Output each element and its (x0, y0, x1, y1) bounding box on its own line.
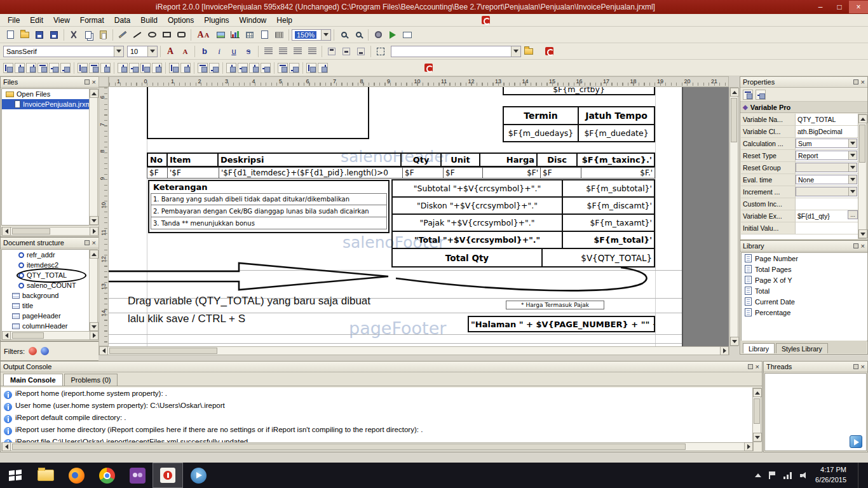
element-align-hcenter-icon[interactable] (15, 63, 25, 73)
col-disc[interactable]: Disc (538, 154, 578, 166)
tree-band-title[interactable]: title (2, 301, 89, 311)
open-file-item[interactable]: InvoicePenjualan.jrxml (2, 99, 89, 109)
send-to-back-icon[interactable] (289, 63, 299, 73)
library-item-total-pages[interactable]: Total Pages (742, 264, 867, 274)
line-tool-icon[interactable] (130, 28, 144, 42)
font-decrease-icon[interactable]: A (178, 44, 192, 58)
prop-reset-group[interactable]: Reset Group (741, 162, 858, 174)
prop-variable-expression[interactable]: Variable Ex... $F{d1_qty} ... (741, 210, 858, 222)
menu-edit[interactable]: Edit (25, 15, 48, 26)
tree-variable-saleno-count[interactable]: saleno_COUNT (2, 280, 89, 290)
open-report-icon[interactable] (18, 28, 32, 42)
menu-file[interactable]: File (3, 15, 25, 26)
menu-options[interactable]: Options (163, 15, 199, 26)
menu-plugins[interactable]: Plugins (199, 15, 234, 26)
tab-main-console[interactable]: Main Console (3, 374, 63, 386)
prop-variable-name[interactable]: Variable Na... QTY_TOTAL (741, 114, 858, 126)
bold-icon[interactable]: b (198, 44, 212, 58)
center-in-band-v-icon[interactable] (129, 63, 139, 73)
ellipse-tool-icon[interactable] (145, 28, 159, 42)
element-align-right-icon[interactable] (26, 63, 36, 73)
start-button[interactable] (0, 463, 31, 488)
save-icon[interactable] (32, 28, 46, 42)
close-icon[interactable]: × (861, 79, 865, 86)
strikethrough-icon[interactable]: s (241, 44, 255, 58)
chart-tool-icon[interactable] (228, 28, 242, 42)
image-tool-icon[interactable] (214, 28, 227, 42)
detail-row[interactable]: $F '$F '$F{d1_itemdesc}+($F{d1_pid}.leng… (147, 167, 655, 179)
tree-band-pageheader[interactable]: pageHeader (2, 311, 89, 321)
summary-row-pajak[interactable]: "Pajak "+$V{crcsymbol}+"." $F{m_taxamt}' (391, 214, 655, 232)
calculation-combo[interactable]: Sum (796, 139, 857, 148)
design-vscrollbar[interactable] (729, 87, 738, 346)
taskbar-media-player[interactable] (183, 463, 214, 488)
center-in-band-h-icon[interactable] (118, 63, 128, 73)
tree-variable-qty-total[interactable]: QTY_TOTAL (2, 270, 89, 280)
action-center-icon[interactable] (769, 471, 776, 479)
close-icon[interactable]: × (756, 363, 759, 370)
center-in-band-icon[interactable] (140, 63, 151, 73)
space-evenly-v-icon[interactable] (238, 63, 248, 73)
filter-blue-icon[interactable] (41, 347, 49, 355)
barcode-tool-icon[interactable] (272, 28, 286, 42)
categorize-properties-icon[interactable] (756, 90, 766, 100)
element-align-vcenter-icon[interactable] (49, 63, 59, 73)
sort-properties-icon[interactable] (743, 90, 753, 100)
bring-to-front-icon[interactable] (278, 63, 288, 73)
style-combo[interactable] (391, 46, 521, 57)
tab-library[interactable]: Library (743, 343, 775, 353)
total-qty-label[interactable]: Total Qty (393, 249, 543, 266)
field-duedays[interactable]: $F{m_duedays} (504, 125, 579, 141)
termin-table[interactable]: Termin Jatuh Tempo $F{m_duedays} $F{m_du… (503, 106, 655, 142)
style-dropdown-icon[interactable] (511, 46, 520, 57)
prop-increment-type[interactable]: Increment ... (741, 186, 858, 198)
copy-icon[interactable] (81, 28, 95, 42)
jatuh-tempo-header[interactable]: Jatuh Tempo (579, 107, 654, 124)
align-left-icon[interactable] (261, 44, 275, 58)
font-increase-icon[interactable]: A (163, 44, 177, 58)
rectangle-element[interactable] (147, 87, 369, 139)
termin-header[interactable]: Termin (504, 107, 579, 124)
col-harga[interactable]: Harga (480, 154, 538, 166)
col-item[interactable]: Item (168, 154, 219, 166)
same-width-icon[interactable] (78, 63, 88, 73)
zoom-in-icon[interactable] (337, 28, 351, 42)
docstruct-hscrollbar[interactable] (1, 331, 99, 340)
field-duedate[interactable]: $F{m_duedate} (579, 125, 654, 141)
tree-band-columnheader[interactable]: columnHeader (2, 321, 89, 331)
pin-icon[interactable] (853, 243, 858, 248)
same-height-icon[interactable] (89, 63, 99, 73)
reset-type-combo[interactable]: Report (796, 151, 857, 160)
element-align-left-icon[interactable] (3, 63, 13, 73)
library-item-total[interactable]: Total (742, 285, 867, 296)
volume-icon[interactable] (800, 472, 808, 479)
prop-custom-increment[interactable]: Custom Inc... (741, 198, 858, 210)
center-in-background-icon[interactable] (152, 63, 162, 73)
prop-eval-time[interactable]: Eval. time None (741, 174, 858, 186)
library-item-current-date[interactable]: Current Date (742, 296, 867, 307)
statictext-tool-icon[interactable]: AA (194, 28, 213, 42)
valign-top-icon[interactable] (325, 44, 339, 58)
show-desktop-button[interactable] (858, 463, 862, 488)
tax-note[interactable]: * Harga Termasuk Pajak (506, 301, 604, 309)
tab-problems[interactable]: Problems (0) (64, 374, 118, 386)
cut-icon[interactable] (67, 28, 81, 42)
menu-window[interactable]: Window (234, 15, 272, 26)
new-report-icon[interactable] (3, 28, 17, 42)
ungroup-elements-icon[interactable] (318, 63, 328, 73)
zoom-dropdown-icon[interactable] (321, 30, 330, 40)
col-qty[interactable]: Qty (402, 154, 442, 166)
save-all-icon[interactable] (47, 28, 61, 42)
prop-calculation[interactable]: Calculation ... Sum (741, 138, 858, 150)
keterangan-title[interactable]: Keterangan (149, 181, 388, 193)
taskbar-ireport[interactable] (153, 463, 183, 488)
pencil-tool-icon[interactable] (116, 28, 130, 42)
keterangan-item[interactable]: 2. Pembayaran dengan Cek/BG dianggap lun… (151, 205, 387, 217)
space-evenly-h-icon[interactable] (226, 63, 236, 73)
files-vscrollbar[interactable] (89, 88, 98, 226)
rounded-rectangle-tool-icon[interactable] (174, 28, 188, 42)
tree-variable-itemdesc2[interactable]: itemdesc2 (2, 260, 89, 270)
filter-red-icon[interactable] (29, 347, 37, 355)
keterangan-item[interactable]: 1. Barang yang sudah dibeli tidak dapat … (151, 193, 387, 205)
docstruct-vscrollbar[interactable] (89, 249, 98, 332)
